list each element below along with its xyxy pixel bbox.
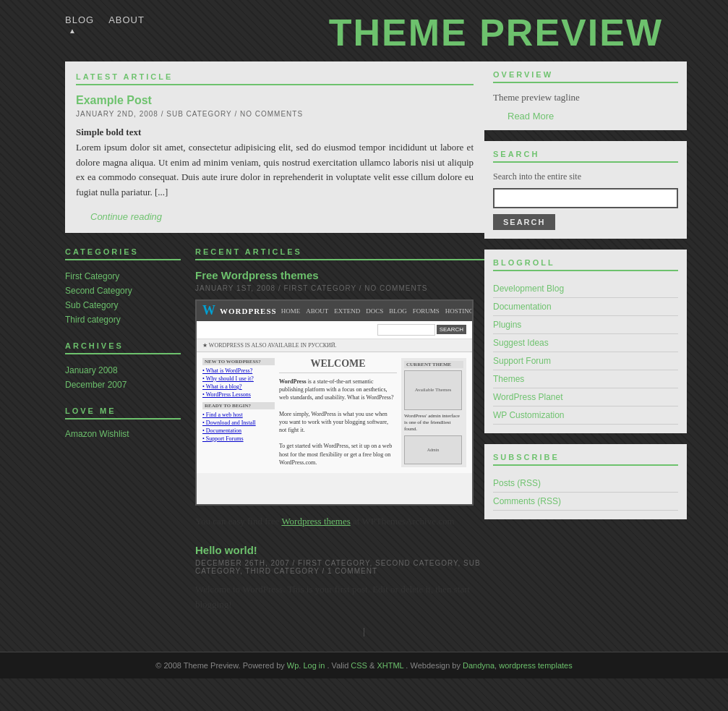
- list-item: Development Blog: [493, 280, 678, 298]
- list-item: December 2007: [65, 378, 181, 392]
- love-me-section: LOVE ME Amazon Wishlist: [65, 406, 181, 440]
- post-comments-link[interactable]: No Comments: [240, 110, 303, 118]
- article-category-link[interactable]: FIRST CATEGORY: [298, 559, 369, 567]
- archives-section: ARCHIVES January 2008 December 2007: [65, 341, 181, 392]
- amazon-wishlist-link[interactable]: Amazon Wishlist: [65, 429, 129, 439]
- recent-articles-title: RECENT ARTICLES: [195, 247, 484, 260]
- subscribe-list: Posts (RSS) Comments (RSS): [493, 474, 678, 511]
- css-link[interactable]: CSS: [351, 661, 367, 670]
- subscribe-title: SUBSCRIBE: [493, 453, 678, 466]
- article-category-link[interactable]: THIRD CATEGORY: [245, 567, 319, 575]
- article-title-link[interactable]: Free Wordpress themes: [195, 269, 319, 281]
- list-item: WordPress Planet: [493, 388, 678, 406]
- continue-reading-link[interactable]: Continue reading: [90, 211, 474, 222]
- navigation: BLOG ABOUT ▲: [65, 7, 145, 35]
- search-button[interactable]: SEARCH: [493, 214, 555, 230]
- wordpress-themes-link[interactable]: Wordpress themes: [281, 516, 350, 527]
- subscribe-link[interactable]: Comments (RSS): [493, 496, 561, 506]
- post-category-link[interactable]: Sub Category: [166, 110, 231, 118]
- blogroll-list: Development Blog Documentation Plugins S…: [493, 280, 678, 425]
- latest-article-title: LATEST ARTICLE: [76, 72, 474, 85]
- subscribe-link[interactable]: Posts (RSS): [493, 478, 541, 488]
- article-date: December 26th, 2007: [195, 559, 290, 567]
- list-item: Support Forum: [493, 352, 678, 370]
- footer-divider: |: [0, 626, 728, 637]
- categories-section: CATEGORIES First Category Second Categor…: [65, 247, 181, 327]
- post-date: January 2nd, 2008: [76, 110, 158, 118]
- comma: ,: [494, 661, 497, 670]
- article-comments-link[interactable]: No Comments: [364, 284, 427, 292]
- blogroll-link[interactable]: WordPress Planet: [493, 392, 563, 402]
- blogroll-link[interactable]: Development Blog: [493, 284, 564, 294]
- blogroll-link[interactable]: Themes: [493, 374, 524, 384]
- list-item: First Category: [65, 269, 181, 284]
- category-link[interactable]: Sub Category: [65, 300, 118, 310]
- search-input[interactable]: [493, 188, 678, 208]
- post-title-link[interactable]: Example Post: [76, 94, 152, 106]
- archive-link[interactable]: December 2007: [65, 380, 127, 390]
- blogroll-link[interactable]: Documentation: [493, 302, 552, 312]
- post-title: Example Post: [76, 94, 474, 107]
- list-item: Documentation: [493, 298, 678, 316]
- blogroll-title: BLOGROLL: [493, 258, 678, 271]
- article-title-link[interactable]: Hello world!: [195, 544, 257, 556]
- blogroll-link[interactable]: Suggest Ideas: [493, 338, 549, 348]
- categories-title: CATEGORIES: [65, 247, 181, 260]
- category-link[interactable]: Second Category: [65, 286, 132, 296]
- article-item: Hello world! December 26th, 2007 / FIRST…: [195, 544, 484, 613]
- valid-text: . Valid: [327, 661, 349, 670]
- webdesign-text: . Webdesign by: [406, 661, 461, 670]
- article-date: January 1st, 2008: [195, 284, 275, 292]
- article-body: Welcome to WordPress. This is your first…: [195, 582, 484, 613]
- footer-text: © 2008 Theme Preview. Powered by Wp. Log…: [65, 661, 663, 670]
- list-item: Posts (RSS): [493, 474, 678, 493]
- nav-blog[interactable]: BLOG: [65, 14, 94, 25]
- overview-tagline: Theme preview tagline: [493, 92, 678, 103]
- list-item: Sub Category: [65, 298, 181, 312]
- article-meta: January 1st, 2008 / First Category / No …: [195, 284, 484, 292]
- list-item: WP Customization: [493, 406, 678, 425]
- search-title: SEARCH: [493, 150, 678, 163]
- archives-list: January 2008 December 2007: [65, 363, 181, 392]
- latest-article-section: LATEST ARTICLE Example Post January 2nd,…: [65, 61, 484, 233]
- list-item: Plugins: [493, 316, 678, 334]
- article-category-link[interactable]: SECOND CATEGORY: [375, 559, 458, 567]
- category-link[interactable]: Third category: [65, 315, 121, 325]
- dandyna-link[interactable]: Dandyna: [463, 661, 494, 670]
- article-item: Free Wordpress themes January 1st, 2008 …: [195, 269, 484, 529]
- site-title: THEME PREVIEW: [329, 7, 663, 54]
- list-item: Themes: [493, 370, 678, 388]
- wp-link[interactable]: Wp: [287, 661, 299, 670]
- category-link[interactable]: First Category: [65, 271, 119, 281]
- xhtml-link[interactable]: XHTML: [377, 661, 403, 670]
- article-title: Hello world!: [195, 544, 484, 557]
- nav-indicator: ▲: [65, 27, 145, 35]
- post-body: Lorem ipsum dolor sit amet, consectetur …: [76, 142, 474, 197]
- article-body: You can easy find free Wordpress themes …: [195, 514, 484, 529]
- and-text: &: [369, 661, 377, 670]
- archives-title: ARCHIVES: [65, 341, 181, 354]
- overview-title: OVERVIEW: [493, 70, 678, 83]
- list-item: January 2008: [65, 363, 181, 378]
- article-category-link[interactable]: First Category: [283, 284, 356, 292]
- wordpress-screenshot: W WORDPRESS HOME ABOUT EXTEND DOCS BLOG …: [195, 299, 474, 506]
- blogroll-link[interactable]: Plugins: [493, 320, 521, 330]
- subscribe-section: SUBSCRIBE Posts (RSS) Comments (RSS): [484, 444, 687, 519]
- read-more-link[interactable]: Read More: [508, 111, 678, 122]
- post-excerpt: Simple bold text Lorem ipsum dolor sit a…: [76, 125, 474, 200]
- copyright-text: © 2008 Theme Preview. Powered by: [155, 661, 285, 670]
- log-in-link[interactable]: Log in: [303, 661, 325, 670]
- love-me-title: LOVE ME: [65, 406, 181, 420]
- wordpress-templates-link[interactable]: wordpress templates: [499, 661, 573, 670]
- search-section: SEARCH Search into the entire site SEARC…: [484, 141, 687, 239]
- list-item: Suggest Ideas: [493, 334, 678, 352]
- article-meta: December 26th, 2007 / FIRST CATEGORY, SE…: [195, 559, 484, 575]
- blogroll-link[interactable]: Support Forum: [493, 356, 551, 366]
- nav-about[interactable]: ABOUT: [108, 14, 145, 25]
- blogroll-link[interactable]: WP Customization: [493, 410, 564, 420]
- article-comments-link[interactable]: 1 Comment: [327, 567, 377, 575]
- list-item: Third category: [65, 312, 181, 327]
- archive-link[interactable]: January 2008: [65, 365, 118, 375]
- article-title: Free Wordpress themes: [195, 269, 484, 282]
- post-bold: Simple bold text: [76, 127, 141, 137]
